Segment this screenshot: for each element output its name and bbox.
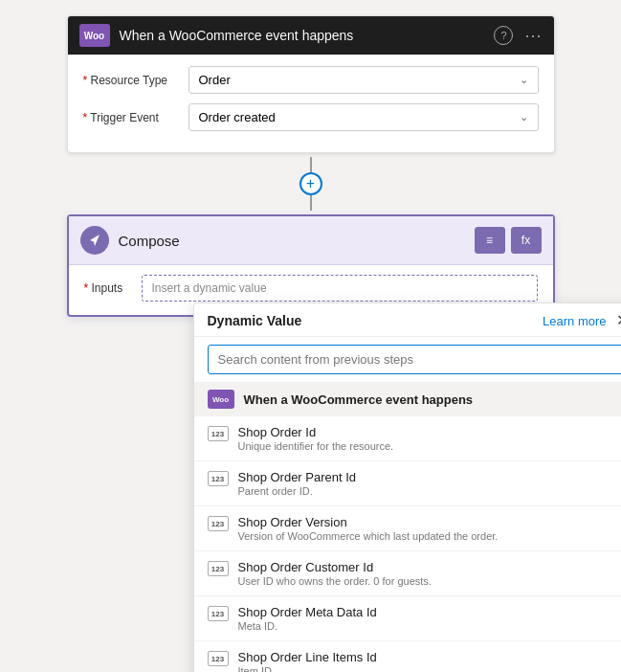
compose-step-icon	[80, 226, 109, 255]
item-type-icon: 123	[208, 471, 229, 486]
compose-card: Compose ≡ fx Inputs Insert a dynamic val…	[67, 214, 555, 317]
list-item[interactable]: 123 Shop Order Parent Id Parent order ID…	[194, 461, 622, 506]
inputs-label: Inputs	[84, 281, 132, 295]
inputs-row: Inputs Insert a dynamic value	[84, 275, 538, 302]
item-type-icon: 123	[208, 651, 229, 666]
resource-type-label: Resource Type	[83, 74, 189, 87]
item-type-icon: 123	[208, 426, 229, 441]
more-options-icon[interactable]: ···	[524, 26, 542, 46]
dv-section-title: When a WooCommerce event happens	[244, 392, 474, 407]
connector-line	[310, 157, 312, 172]
chevron-down-icon: ⌄	[520, 74, 528, 86]
trigger-event-select[interactable]: Order created ⌄	[189, 103, 539, 131]
dv-header-right: Learn more ✕	[543, 313, 621, 328]
item-description: Unique identifier for the resource.	[238, 440, 622, 452]
list-item[interactable]: 123 Shop Order Id Unique identifier for …	[194, 416, 622, 461]
item-description: Parent order ID.	[238, 485, 622, 497]
dynamic-value-items: 123 Shop Order Id Unique identifier for …	[194, 416, 622, 672]
resource-type-row: Resource Type Order ⌄	[83, 66, 539, 94]
resource-type-value: Order	[199, 73, 231, 87]
inputs-field[interactable]: Insert a dynamic value	[142, 275, 538, 302]
list-item[interactable]: 123 Shop Order Customer Id User ID who o…	[194, 551, 622, 596]
add-step-button[interactable]: +	[299, 172, 322, 195]
dv-search-container	[194, 337, 622, 382]
item-name: Shop Order Id	[238, 425, 622, 439]
dv-section-left: Woo When a WooCommerce event happens	[208, 390, 474, 409]
item-name: Shop Order Parent Id	[238, 470, 622, 484]
item-description: Item ID.	[238, 665, 622, 672]
list-item[interactable]: 123 Shop Order Line Items Id Item ID.	[194, 641, 622, 672]
resource-type-select[interactable]: Order ⌄	[189, 66, 539, 94]
learn-more-link[interactable]: Learn more	[543, 314, 606, 328]
item-name: Shop Order Customer Id	[238, 560, 622, 574]
item-type-icon: 123	[208, 561, 229, 576]
compose-header: Compose ≡ fx	[69, 216, 553, 265]
expression-button[interactable]: fx	[511, 227, 542, 254]
item-type-icon: 123	[208, 516, 229, 531]
connector: +	[299, 157, 322, 211]
inputs-placeholder: Insert a dynamic value	[152, 281, 267, 295]
dynamic-value-header: Dynamic Value Learn more ✕	[194, 303, 622, 337]
item-name: Shop Order Version	[238, 515, 622, 529]
trigger-body: Resource Type Order ⌄ Trigger Event Orde…	[68, 55, 554, 152]
search-input[interactable]	[208, 345, 622, 374]
compose-actions: ≡ fx	[475, 227, 542, 254]
compose-title: Compose	[119, 233, 465, 249]
woocommerce-logo: Woo	[79, 24, 110, 47]
connector-line-2	[310, 195, 312, 211]
array-action-button[interactable]: ≡	[475, 227, 505, 254]
item-description: Meta ID.	[238, 620, 622, 632]
close-panel-button[interactable]: ✕	[616, 313, 622, 328]
trigger-title: When a WooCommerce event happens	[120, 28, 485, 43]
item-name: Shop Order Line Items Id	[238, 650, 622, 664]
item-description: Version of WooCommerce which last update…	[238, 530, 622, 542]
trigger-event-label: Trigger Event	[83, 111, 189, 124]
dynamic-value-title: Dynamic Value	[208, 313, 302, 328]
dynamic-value-panel: Dynamic Value Learn more ✕ Woo When a Wo…	[193, 302, 622, 672]
item-name: Shop Order Meta Data Id	[238, 605, 622, 619]
trigger-card: Woo When a WooCommerce event happens ? ·…	[67, 15, 555, 153]
trigger-header: Woo When a WooCommerce event happens ? ·…	[68, 16, 554, 55]
chevron-down-icon: ⌄	[520, 111, 528, 123]
list-item[interactable]: 123 Shop Order Version Version of WooCom…	[194, 506, 622, 551]
header-icons: ? ···	[494, 26, 542, 46]
help-icon[interactable]: ?	[494, 26, 513, 45]
dv-section-header[interactable]: Woo When a WooCommerce event happens ⌃	[194, 382, 622, 416]
trigger-event-row: Trigger Event Order created ⌄	[83, 103, 539, 131]
item-description: User ID who owns the order. 0 for guests…	[238, 575, 622, 587]
woo-section-badge: Woo	[208, 390, 234, 409]
item-type-icon: 123	[208, 606, 229, 621]
trigger-event-value: Order created	[199, 110, 276, 124]
list-item[interactable]: 123 Shop Order Meta Data Id Meta ID.	[194, 596, 622, 641]
compose-svg-icon	[87, 233, 102, 248]
